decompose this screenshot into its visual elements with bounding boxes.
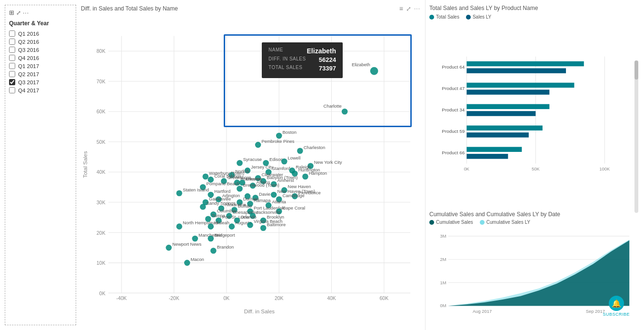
scatter-point[interactable] xyxy=(237,186,243,192)
subscribe-button[interactable]: 🔔 SUBSCRIBE xyxy=(603,296,630,317)
scatter-point[interactable] xyxy=(260,225,267,231)
sales-ly-label: Sales LY xyxy=(473,14,491,20)
checkbox-item-2[interactable]: Q3 2016 xyxy=(9,46,72,54)
area-legend: Cumulative Sales Cumulative Sales LY xyxy=(429,220,638,225)
bar-legend: Total Sales Sales LY xyxy=(429,14,638,20)
hamburger-icon: ≡ xyxy=(399,5,403,12)
filter-title: Quarter & Year xyxy=(9,20,72,27)
svg-text:Product 47: Product 47 xyxy=(442,86,465,91)
expand-scatter-icon[interactable]: ⤢ xyxy=(406,5,411,12)
svg-text:New York City: New York City xyxy=(314,160,342,165)
checkbox-list: Q1 2016Q2 2016Q3 2016Q4 2016Q1 2017Q2 20… xyxy=(9,30,72,94)
scatter-point[interactable] xyxy=(202,174,208,180)
area-chart-title: Cumulative Sales and Cumulative Sales LY… xyxy=(429,211,638,218)
checkbox-item-1[interactable]: Q2 2016 xyxy=(9,38,72,46)
area-legend-ly: Cumulative Sales LY xyxy=(480,220,530,225)
bar-total[interactable] xyxy=(466,147,522,152)
svg-text:Bridgeport: Bridgeport xyxy=(214,232,235,238)
area-legend-cumulative: Cumulative Sales xyxy=(429,220,473,225)
svg-text:1M: 1M xyxy=(440,280,446,285)
svg-text:80K: 80K xyxy=(97,49,106,54)
svg-text:Hampton: Hampton xyxy=(309,170,327,176)
scrollbar-thumb[interactable] xyxy=(634,60,638,80)
scatter-point[interactable] xyxy=(297,148,303,154)
area-chart-section: Cumulative Sales and Cumulative Sales LY… xyxy=(429,211,638,325)
scatter-point[interactable] xyxy=(276,133,282,139)
svg-text:Cape Coral: Cape Coral xyxy=(283,205,306,210)
checkbox-item-7[interactable]: Q4 2017 xyxy=(9,86,72,94)
svg-text:10K: 10K xyxy=(97,260,106,266)
svg-text:100K: 100K xyxy=(599,166,610,171)
svg-text:Brentwood (Town): Brentwood (Town) xyxy=(243,182,279,188)
scatter-point[interactable] xyxy=(208,223,214,230)
checkbox-label-5: Q2 2017 xyxy=(18,71,39,77)
scatter-point[interactable] xyxy=(176,190,182,196)
cumulative-ly-label: Cumulative Sales LY xyxy=(486,220,530,225)
bar-ly[interactable] xyxy=(466,68,566,73)
bar-ly[interactable] xyxy=(466,154,508,159)
scatter-point[interactable] xyxy=(229,223,235,230)
checkbox-label-2: Q3 2016 xyxy=(18,47,39,53)
bar-total[interactable] xyxy=(466,61,584,66)
bar-ly[interactable] xyxy=(466,90,549,94)
svg-text:Newport News: Newport News xyxy=(172,241,202,247)
scatter-point[interactable] xyxy=(166,245,172,251)
svg-text:Product 59: Product 59 xyxy=(442,129,465,134)
grid-icon: ⊞ xyxy=(9,9,14,16)
more-icon[interactable]: ··· xyxy=(23,10,29,16)
scatter-point[interactable] xyxy=(192,236,198,242)
svg-text:Elizabeth: Elizabeth xyxy=(352,62,370,67)
svg-text:Syracuse: Syracuse xyxy=(243,157,262,162)
bar-total[interactable] xyxy=(466,104,549,109)
bar-chart-title: Total Sales and Sales LY by Product Name xyxy=(429,5,638,11)
scatter-point[interactable] xyxy=(342,109,348,115)
cumulative-sales-dot xyxy=(429,220,434,225)
expand-icon: ⤢ xyxy=(16,10,21,16)
scatter-point[interactable] xyxy=(247,222,253,228)
bar-ly[interactable] xyxy=(466,132,528,137)
checkbox-label-0: Q1 2016 xyxy=(18,31,39,37)
checkbox-item-3[interactable]: Q4 2016 xyxy=(9,54,72,62)
svg-text:20K: 20K xyxy=(275,296,284,301)
scatter-svg: -40K-20K0K20K40K60K0K10K20K30K40K50K60K7… xyxy=(81,16,420,325)
scatter-point[interactable] xyxy=(208,236,214,242)
svg-text:Pembroke Pines: Pembroke Pines xyxy=(261,139,294,144)
svg-text:60K: 60K xyxy=(97,109,106,114)
total-sales-label: Total Sales xyxy=(436,14,459,20)
scatter-point[interactable] xyxy=(271,192,277,198)
scatter-point[interactable] xyxy=(210,248,217,254)
scrollbar[interactable] xyxy=(634,60,638,213)
svg-text:Baltimore: Baltimore xyxy=(267,222,286,227)
svg-text:Amherst: Amherst xyxy=(277,178,294,183)
bar-total[interactable] xyxy=(466,126,542,130)
scatter-point[interactable] xyxy=(237,160,243,166)
svg-text:Lowell: Lowell xyxy=(288,155,301,160)
svg-text:Product 66: Product 66 xyxy=(442,150,465,155)
scatter-point[interactable] xyxy=(184,260,190,266)
svg-text:Atlanta: Atlanta xyxy=(272,199,286,204)
bar-ly[interactable] xyxy=(466,111,535,116)
svg-text:Macon: Macon xyxy=(190,257,204,262)
subscribe-icon: 🔔 xyxy=(609,296,624,311)
scatter-point[interactable] xyxy=(370,67,378,75)
scatter-point[interactable] xyxy=(281,159,287,165)
scatter-point[interactable] xyxy=(302,174,308,180)
svg-text:Staten Island: Staten Island xyxy=(183,187,209,192)
scatter-point[interactable] xyxy=(255,142,261,148)
scatter-chart-panel: Diff. in Sales and Total Sales by Name ≡… xyxy=(76,0,425,330)
svg-text:Sep 2017: Sep 2017 xyxy=(586,309,605,314)
scatter-point[interactable] xyxy=(176,223,182,230)
checkbox-item-6[interactable]: Q3 2017 xyxy=(9,78,72,86)
svg-text:40K: 40K xyxy=(327,296,336,301)
checkbox-item-4[interactable]: Q1 2017 xyxy=(9,62,72,70)
svg-text:Product 34: Product 34 xyxy=(442,107,465,112)
bar-total[interactable] xyxy=(466,83,574,88)
scatter-point[interactable] xyxy=(200,204,206,210)
checkbox-item-0[interactable]: Q1 2016 xyxy=(9,30,72,38)
svg-text:50K: 50K xyxy=(97,140,106,145)
checkbox-item-5[interactable]: Q2 2017 xyxy=(9,70,72,78)
svg-text:0K: 0K xyxy=(223,296,229,301)
more-scatter-icon[interactable]: ··· xyxy=(414,5,420,12)
svg-text:Pompano Beach: Pompano Beach xyxy=(207,181,240,186)
svg-text:Product 64: Product 64 xyxy=(442,64,465,70)
